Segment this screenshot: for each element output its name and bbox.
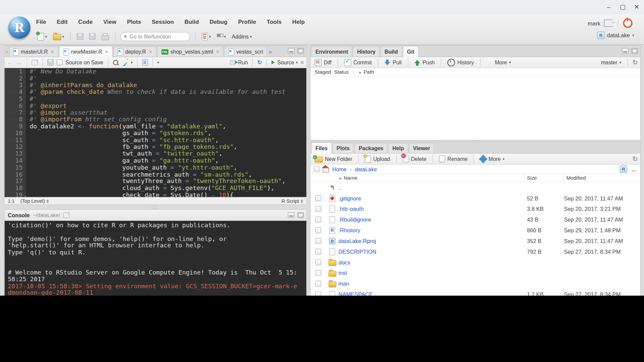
file-row[interactable]: DESCRIPTION792 BSep 27, 2017, 8:34 PM <box>311 246 640 257</box>
tab-plots[interactable]: Plots <box>332 143 354 153</box>
file-row[interactable]: NAMESPACE1.7 KBSep 27, 2017, 8:34 PM <box>311 289 640 296</box>
project-selector[interactable]: R dataLake ▾ <box>597 32 634 39</box>
source-on-save-checkbox[interactable] <box>57 60 62 65</box>
file-row[interactable]: .httr-oauth3.8 KBSep 20, 2017, 3:21 PM <box>311 203 640 214</box>
file-checkbox[interactable] <box>315 227 321 233</box>
tab-environment[interactable]: Environment <box>311 46 352 57</box>
tab-scroll-left-icon[interactable]: « <box>5 49 8 55</box>
tab-git[interactable]: Git <box>403 46 419 57</box>
goto-project-directory-icon[interactable]: R <box>620 165 627 173</box>
breadcrumb-home[interactable]: Home <box>332 166 346 172</box>
open-file-button[interactable]: ▾ <box>52 32 65 41</box>
goto-file-input[interactable]: Go to file/function <box>120 32 190 41</box>
home-icon[interactable] <box>323 168 329 172</box>
git-pane-minimize-icon[interactable] <box>622 48 629 54</box>
git-col-status[interactable]: Status <box>334 69 348 75</box>
files-more-button[interactable]: More▾ <box>479 156 506 162</box>
file-checkbox[interactable] <box>315 259 321 265</box>
close-tab-icon[interactable]: ✕ <box>105 50 108 54</box>
file-row[interactable]: inst <box>311 267 640 278</box>
rerun-icon[interactable]: ↻ <box>257 59 262 66</box>
close-tab-icon[interactable]: ✕ <box>216 50 219 54</box>
close-tab-icon[interactable]: ✕ <box>51 50 54 54</box>
quit-session-icon[interactable] <box>623 18 633 28</box>
file-row[interactable]: .Rbuildignore43 BSep 20, 2017, 11:47 AM <box>311 214 640 225</box>
file-name[interactable]: .gitignore <box>338 195 527 201</box>
file-checkbox[interactable] <box>315 217 321 223</box>
tab-build[interactable]: Build <box>380 46 402 57</box>
git-push-button[interactable]: Push <box>413 59 436 65</box>
code-editor[interactable]: 1#' New Do Datalake2#'3#' @inheritParams… <box>4 68 306 197</box>
editor-tab-newmaster-r[interactable]: newMaster.R✕ <box>59 46 113 57</box>
file-name[interactable]: man <box>338 281 527 287</box>
file-row[interactable]: ↰.. <box>311 182 640 193</box>
source-pane-minimize-icon[interactable] <box>288 48 294 54</box>
print-button[interactable] <box>100 32 110 41</box>
menu-tools[interactable]: Tools <box>267 18 281 25</box>
files-upload-button[interactable]: Upload <box>363 155 392 162</box>
goto-directory-icon[interactable]: … <box>631 166 637 172</box>
source-pane-maximize-icon[interactable] <box>298 48 304 54</box>
chunks-caret[interactable]: ▾ <box>157 60 159 64</box>
git-refresh-icon[interactable]: ↻ <box>632 58 638 66</box>
console-output[interactable]: 'citation()' on how to cite R or R packa… <box>4 221 306 296</box>
close-tab-icon[interactable]: ✕ <box>149 50 152 54</box>
git-more-button[interactable]: More▾ <box>485 59 513 65</box>
tab-help[interactable]: Help <box>388 143 408 153</box>
files-col-size[interactable]: Size <box>525 175 564 181</box>
tab-overflow-icon[interactable]: » <box>269 48 272 55</box>
back-icon[interactable]: ← <box>7 59 13 66</box>
console-maximize-icon[interactable] <box>298 212 304 218</box>
console-popout-icon[interactable] <box>63 213 69 218</box>
menu-profile[interactable]: Profile <box>238 18 256 25</box>
git-col-path[interactable]: Path <box>364 69 374 75</box>
git-pull-button[interactable]: Pull <box>383 59 403 65</box>
menu-code[interactable]: Code <box>78 18 93 25</box>
sign-out-icon[interactable] <box>604 19 613 27</box>
file-name[interactable]: inst <box>338 270 527 276</box>
source-button[interactable]: Source▾ <box>272 59 298 65</box>
menu-view[interactable]: View <box>103 18 116 25</box>
window-minimize-button[interactable]: – <box>605 3 612 11</box>
file-checkbox[interactable] <box>315 195 321 201</box>
find-icon[interactable] <box>113 60 118 65</box>
files-col-modified[interactable]: Modified <box>564 175 640 181</box>
menu-session[interactable]: Session <box>152 18 174 25</box>
file-checkbox[interactable] <box>315 281 321 287</box>
save-button[interactable] <box>75 33 85 41</box>
files-newfolder-button[interactable]: New Folder <box>313 155 354 162</box>
files-refresh-icon[interactable]: ↻ <box>632 155 638 163</box>
forward-icon[interactable]: → <box>16 59 22 66</box>
run-button[interactable]: Run <box>230 59 248 65</box>
tab-history[interactable]: History <box>353 46 379 57</box>
file-name[interactable]: NAMESPACE <box>338 291 527 296</box>
scope-selector[interactable]: (Top Level) <box>20 198 49 204</box>
addins-button[interactable]: Addins▾ <box>230 33 253 40</box>
file-name[interactable]: .. <box>338 184 527 190</box>
file-checkbox[interactable] <box>315 238 321 244</box>
editor-tab-deploy-r[interactable]: deploy.R✕ <box>113 46 156 57</box>
menu-build[interactable]: Build <box>184 18 199 25</box>
git-file-list[interactable] <box>311 76 640 140</box>
git-diff-button[interactable]: Diff <box>313 59 333 66</box>
file-row[interactable]: docs <box>311 257 640 268</box>
save-all-button[interactable] <box>88 33 97 41</box>
window-maximize-button[interactable]: ▢ <box>620 3 626 11</box>
code-tools-caret[interactable]: ▾ <box>131 60 133 64</box>
tab-viewer[interactable]: Viewer <box>409 143 434 153</box>
editor-save-icon[interactable] <box>47 59 54 66</box>
file-row[interactable]: .Rhistory860 BSep 29, 2017, 1:48 PM <box>311 225 640 236</box>
file-checkbox[interactable] <box>315 206 321 212</box>
file-name[interactable]: .Rbuildignore <box>338 217 527 223</box>
file-checkbox[interactable] <box>315 291 321 296</box>
files-col-name[interactable]: Name <box>344 175 524 181</box>
file-row[interactable]: RdataLake.Rproj352 BSep 20, 2017, 11:47 … <box>311 236 640 246</box>
editor-tab-shop-vestas-yaml[interactable]: YMLshop_vestas.yaml✕ <box>157 46 224 57</box>
menu-help[interactable]: Help <box>292 18 305 25</box>
left-column-splitter[interactable] <box>151 205 159 208</box>
tab-files[interactable]: Files <box>311 142 332 154</box>
file-row[interactable]: .gitignore52 BSep 20, 2017, 11:47 AM <box>311 193 640 204</box>
git-commit-button[interactable]: Commit <box>343 59 374 66</box>
git-col-staged[interactable]: Staged <box>315 69 331 75</box>
files-rename-button[interactable]: Rename <box>437 155 469 162</box>
